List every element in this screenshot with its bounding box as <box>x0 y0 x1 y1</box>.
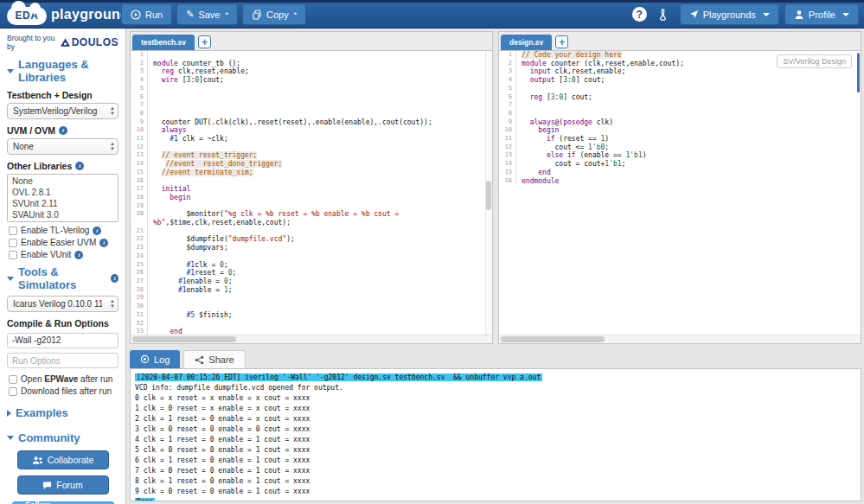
code-line: 1 <box>131 51 492 60</box>
checkbox[interactable] <box>9 226 17 235</box>
line-number: 12 <box>131 144 148 152</box>
code-text: $monitor("%g clk = %b reset = %b enable … <box>148 210 399 219</box>
line-number: 14 <box>131 160 148 169</box>
language-select[interactable]: SystemVerilog/Verilog ▲▼ <box>7 103 118 119</box>
copy-button[interactable]: Copy* <box>242 3 306 25</box>
playgrounds-menu[interactable]: Playgrounds <box>680 3 779 25</box>
code-line: 29 <box>131 294 492 303</box>
scrollbar-thumb[interactable] <box>857 53 860 93</box>
tab-share[interactable]: Share <box>183 350 245 368</box>
design-editor[interactable]: SV/Verilog Design 1// Code your design h… <box>499 51 861 343</box>
scrollbar-thumb[interactable] <box>132 336 236 342</box>
checkbox[interactable] <box>9 239 17 247</box>
save-button-label: Save <box>198 10 220 20</box>
code-text: %b",$time,clk,reset,enable,cout); <box>148 219 291 227</box>
flask-icon[interactable] <box>652 3 675 25</box>
help-icon[interactable]: ? <box>632 7 647 22</box>
code-text: input clk,reset,enable; <box>516 67 625 76</box>
tab-testbench-sv[interactable]: testbench.sv <box>132 35 195 50</box>
info-icon[interactable]: i <box>93 226 101 235</box>
comment-icon <box>42 481 52 490</box>
uvm-ovm-label: UVM / OVM i <box>7 125 118 136</box>
simulator-select[interactable]: Icarus Verilog 0.10.0 11/23/14 ▲▼ <box>7 296 118 312</box>
checkbox[interactable] <box>9 251 17 259</box>
log-line: [2020-04-07 00:15:26 EDT] iverilog '-Wal… <box>135 373 856 383</box>
info-icon[interactable]: i <box>99 239 108 247</box>
checkbox-label: Enable Easier UVM <box>21 238 96 247</box>
library-option[interactable]: SVAUnit 3.0 <box>8 209 118 220</box>
code-line: 4 wire [3:0]cout; <box>131 76 492 85</box>
testbench-editor[interactable]: 12module counter_tb ();3 reg clk,reset,e… <box>131 51 492 343</box>
section-community[interactable]: Community <box>7 431 118 444</box>
info-icon[interactable]: i <box>75 162 84 170</box>
library-option[interactable]: OVL 2.8.1 <box>8 187 118 198</box>
horizontal-scrollbar[interactable] <box>131 335 492 343</box>
open-epwave-option[interactable]: Open EPWave after run <box>9 374 118 384</box>
copy-button-label: Copy <box>266 10 289 20</box>
section-tools-simulators[interactable]: Tools & Simulators i <box>7 265 118 291</box>
line-number: 5 <box>499 85 516 93</box>
profile-menu[interactable]: Profile <box>784 3 859 25</box>
info-icon[interactable]: i <box>111 274 118 283</box>
doulos-logo-text: DOULOS <box>72 36 118 48</box>
line-number: 29 <box>131 294 148 303</box>
eda-playground-logo[interactable]: EDA playground <box>7 3 129 25</box>
code-line: 21 <box>131 227 492 236</box>
code-text <box>148 303 153 311</box>
forum-button[interactable]: Forum <box>17 475 109 494</box>
other-libraries-listbox[interactable]: NoneOVL 2.8.1SVUnit 2.11SVAUnit 3.0 <box>7 174 118 222</box>
code-line: 28 #1enable = 1; <box>131 286 492 295</box>
scrollbar-thumb[interactable] <box>501 336 605 342</box>
library-option[interactable]: SVUnit 2.11 <box>8 198 118 209</box>
info-icon[interactable]: i <box>59 126 67 135</box>
code-text: if (reset == 1) <box>516 135 609 144</box>
line-number: 28 <box>131 286 148 295</box>
epwave-checkbox[interactable] <box>9 375 17 384</box>
collaborate-button-label: Collaborate <box>48 455 94 465</box>
scrollbar-thumb[interactable] <box>486 181 491 210</box>
log-output[interactable]: [2020-04-07 00:15:26 EDT] iverilog '-Wal… <box>130 368 861 501</box>
add-file-button[interactable]: + <box>198 35 211 48</box>
section-examples-label: Examples <box>16 406 68 419</box>
save-button[interactable]: ✎ Save* <box>176 3 238 25</box>
uvm-ovm-select-value: None <box>13 142 34 151</box>
code-text <box>516 110 522 118</box>
tab-design-sv[interactable]: design.sv <box>501 35 552 50</box>
run-options-input[interactable] <box>7 353 118 368</box>
line-number: 4 <box>499 76 516 85</box>
code-text: #1clk = 0; <box>148 261 228 270</box>
doulos-attribution[interactable]: Brought to you by DOULOS <box>7 34 118 51</box>
horizontal-scrollbar[interactable] <box>499 335 861 343</box>
collaborate-button[interactable]: Collaborate <box>17 450 109 469</box>
tab-log[interactable]: Log <box>130 350 180 368</box>
section-languages-libraries[interactable]: Languages & Libraries <box>7 58 118 84</box>
library-option[interactable]: None <box>8 175 118 187</box>
enable-option[interactable]: Enable TL-Verilogi <box>9 226 118 235</box>
enable-option[interactable]: Enable Easier UVMi <box>9 238 118 247</box>
section-examples[interactable]: Examples <box>7 406 118 419</box>
add-file-button[interactable]: + <box>555 35 568 48</box>
compile-options-input[interactable] <box>7 333 118 348</box>
section-community-label: Community <box>18 431 80 444</box>
code-line: 16 <box>131 177 492 186</box>
log-line: 3 clk = 0 reset = 0 enable = 0 cout = xx… <box>135 424 856 435</box>
info-icon[interactable]: i <box>74 251 83 259</box>
line-number: 19 <box>131 202 148 211</box>
line-number: 31 <box>131 311 148 320</box>
vertical-scrollbar[interactable] <box>485 51 492 335</box>
run-button-label: Run <box>145 10 163 20</box>
download-checkbox[interactable] <box>9 387 17 396</box>
checkbox-label: Enable TL-Verilog <box>21 226 89 235</box>
code-line: 3 reg clk,reset,enable; <box>131 67 492 76</box>
line-number: 3 <box>499 67 516 76</box>
log-line: 1 clk = 0 reset = x enable = x cout = xx… <box>135 404 856 414</box>
download-files-option[interactable]: Download files after run <box>9 386 118 396</box>
run-button[interactable]: Run <box>121 3 172 25</box>
enable-option[interactable]: Enable VUniti <box>9 250 118 259</box>
code-text: always@(posedge clk) <box>516 118 613 127</box>
code-line: 14 //event reset_done_trigger; <box>131 160 492 169</box>
code-line: 6 <box>131 93 492 102</box>
code-line: 10 always <box>131 126 492 135</box>
uvm-ovm-select[interactable]: None ▲▼ <box>7 138 118 155</box>
code-text: reg clk,reset,enable; <box>148 67 249 76</box>
